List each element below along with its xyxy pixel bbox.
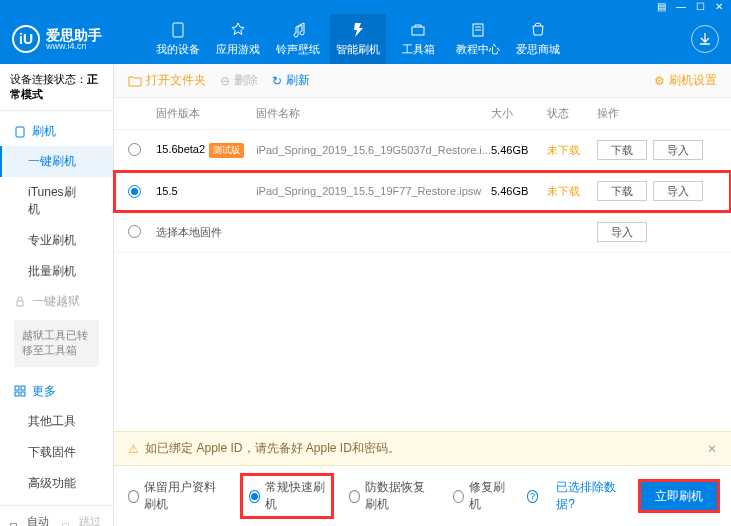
nav-smart-flash[interactable]: 智能刷机 (330, 14, 386, 64)
nav-label: 智能刷机 (336, 42, 380, 57)
svg-rect-4 (17, 301, 23, 306)
opt-recover[interactable]: 防数据恢复刷机 (349, 479, 435, 513)
brand-name: 爱思助手 (46, 28, 102, 42)
nav-app-games[interactable]: 应用游戏 (210, 14, 266, 64)
import-button[interactable]: 导入 (653, 181, 703, 201)
auto-activate-label: 自动激活 (27, 514, 51, 526)
main-panel: 打开文件夹 ⊖删除 ↻刷新 ⚙刷机设置 固件版本 固件名称 大小 状态 操作 1… (114, 64, 731, 526)
beta-badge: 测试版 (209, 143, 244, 158)
minimize-icon[interactable]: — (676, 2, 686, 12)
download-icon[interactable] (691, 25, 719, 53)
open-folder-button[interactable]: 打开文件夹 (128, 72, 206, 89)
radio-fw-1[interactable] (128, 185, 141, 198)
opt-label: 保留用户资料刷机 (144, 479, 224, 513)
opt-label: 常规快速刷机 (265, 479, 325, 513)
toolbox-icon (409, 21, 427, 39)
brand-url: www.i4.cn (46, 42, 102, 51)
import-local-button[interactable]: 导入 (597, 222, 647, 242)
group-more[interactable]: 更多 (0, 377, 113, 406)
skip-guide-label: 跳过向导 (79, 514, 103, 526)
svg-rect-0 (173, 23, 183, 37)
fw-size: 5.46GB (491, 185, 547, 197)
jailbreak-note: 越狱工具已转移至工具箱 (14, 320, 99, 367)
table-header: 固件版本 固件名称 大小 状态 操作 (114, 98, 731, 130)
sidebar-item-other-tools[interactable]: 其他工具 (0, 406, 113, 437)
lock-icon (14, 296, 26, 308)
radio-local[interactable] (128, 225, 141, 238)
opt-label: 修复刷机 (469, 479, 509, 513)
help-icon[interactable]: ? (527, 490, 538, 503)
device-icon (14, 126, 26, 138)
sidebar-item-pro[interactable]: 专业刷机 (0, 225, 113, 256)
flash-settings-button[interactable]: ⚙刷机设置 (654, 72, 717, 89)
ring-wall-icon (289, 21, 307, 39)
opt-normal-fast[interactable]: 常规快速刷机 (243, 476, 331, 516)
sidebar-item-batch[interactable]: 批量刷机 (0, 256, 113, 287)
gear-icon: ⚙ (654, 74, 665, 88)
svg-rect-8 (21, 392, 25, 396)
app-games-icon (229, 21, 247, 39)
svg-rect-5 (15, 386, 19, 390)
fw-name: iPad_Spring_2019_15.6_19G5037d_Restore.i… (256, 144, 491, 156)
smart-flash-icon (349, 21, 367, 39)
local-firmware-row[interactable]: 选择本地固件 导入 (114, 212, 731, 253)
download-button[interactable]: 下载 (597, 181, 647, 201)
radio-keep-data[interactable] (128, 490, 139, 503)
firmware-row[interactable]: 15.6beta2测试版iPad_Spring_2019_15.6_19G503… (114, 130, 731, 171)
nav-label: 教程中心 (456, 42, 500, 57)
opt-keep-data[interactable]: 保留用户资料刷机 (128, 479, 224, 513)
svg-rect-6 (21, 386, 25, 390)
firmware-row[interactable]: 15.5iPad_Spring_2019_15.5_19F77_Restore.… (114, 171, 731, 212)
more-icon (14, 385, 26, 397)
fw-version: 15.6beta2测试版 (156, 143, 256, 158)
svg-rect-7 (15, 392, 19, 396)
radio-recover[interactable] (349, 490, 360, 503)
warning-bar: ⚠ 如已绑定 Apple ID，请先备好 Apple ID和密码。 ✕ (114, 431, 731, 466)
nav-my-device[interactable]: 我的设备 (150, 14, 206, 64)
radio-fw-0[interactable] (128, 143, 141, 156)
my-device-icon (169, 21, 187, 39)
refresh-button[interactable]: ↻刷新 (272, 72, 310, 89)
fw-version: 15.5 (156, 185, 256, 197)
fw-status: 未下载 (547, 143, 597, 158)
flash-now-button[interactable]: 立即刷机 (641, 482, 717, 510)
opt-label: 防数据恢复刷机 (365, 479, 435, 513)
refresh-icon: ↻ (272, 74, 282, 88)
svg-rect-1 (412, 27, 424, 35)
nav-ring-wall[interactable]: 铃声壁纸 (270, 14, 326, 64)
opt-repair[interactable]: 修复刷机 (453, 479, 509, 513)
nav-toolbox[interactable]: 工具箱 (390, 14, 446, 64)
tutorial-icon (469, 21, 487, 39)
exclude-data-link[interactable]: 已选排除数据? (556, 479, 623, 513)
sidebar-item-one-key[interactable]: 一键刷机 (0, 146, 113, 177)
sidebar-item-dl-firmware[interactable]: 下载固件 (0, 437, 113, 468)
delete-icon: ⊖ (220, 74, 230, 88)
nav-label: 铃声壁纸 (276, 42, 320, 57)
sidebar-item-itunes[interactable]: iTunes刷机 (0, 177, 113, 225)
fw-name: iPad_Spring_2019_15.5_19F77_Restore.ipsw (256, 185, 491, 197)
radio-normal-fast[interactable] (249, 490, 260, 503)
nav-label: 工具箱 (402, 42, 435, 57)
sidebar: 设备连接状态：正常模式 刷机 一键刷机iTunes刷机专业刷机批量刷机 一键越狱… (0, 64, 114, 526)
nav-label: 爱思商城 (516, 42, 560, 57)
delete-button: ⊖删除 (220, 72, 258, 89)
menu-icon[interactable]: ▤ (657, 2, 666, 12)
import-button[interactable]: 导入 (653, 140, 703, 160)
logo-icon: iU (12, 25, 40, 53)
group-flash[interactable]: 刷机 (0, 117, 113, 146)
fw-size: 5.46GB (491, 144, 547, 156)
close-warning-icon[interactable]: ✕ (707, 442, 717, 456)
download-button[interactable]: 下载 (597, 140, 647, 160)
nav-label: 我的设备 (156, 42, 200, 57)
nav-store[interactable]: 爱思商城 (510, 14, 566, 64)
nav-label: 应用游戏 (216, 42, 260, 57)
close-icon[interactable]: ✕ (715, 2, 723, 12)
maximize-icon[interactable]: ☐ (696, 2, 705, 12)
nav-tutorial[interactable]: 教程中心 (450, 14, 506, 64)
header: iU 爱思助手 www.i4.cn 我的设备应用游戏铃声壁纸智能刷机工具箱教程中… (0, 14, 731, 64)
svg-rect-3 (16, 127, 24, 137)
warning-icon: ⚠ (128, 442, 139, 456)
radio-repair[interactable] (453, 490, 464, 503)
connection-status: 设备连接状态：正常模式 (0, 64, 113, 111)
sidebar-item-advanced[interactable]: 高级功能 (0, 468, 113, 499)
